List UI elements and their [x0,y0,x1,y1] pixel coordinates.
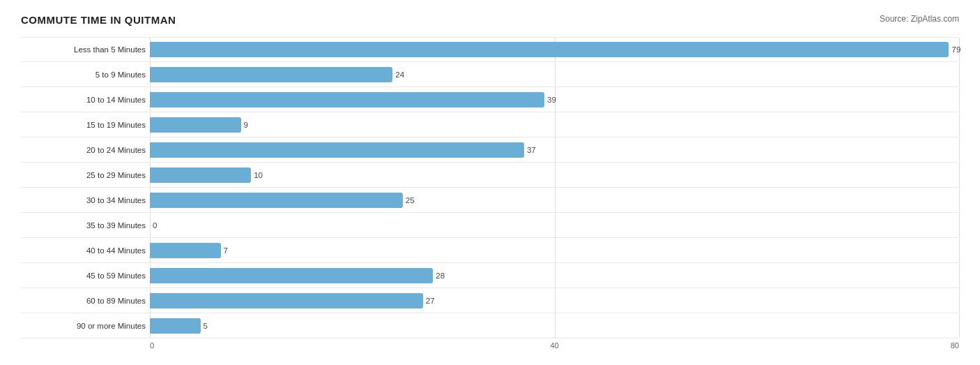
bar-label: 30 to 34 Minutes [21,196,150,204]
bar-container: 24 [150,62,959,87]
bar: 5 [150,318,201,334]
x-axis-label: 0 [150,341,154,350]
bar-label: 40 to 44 Minutes [21,246,150,255]
bar-container: 79 [150,38,959,61]
bar-value: 9 [244,121,248,129]
bar-label: 35 to 39 Minutes [21,221,150,230]
bar-value: 79 [951,45,960,54]
x-axis: 04080 [150,341,959,357]
bar-row: 25 to 29 Minutes10 [21,163,959,188]
bar: 39 [150,92,544,107]
bar-value: 10 [254,171,263,179]
bar-container: 0 [150,213,959,237]
source-label: Source: ZipAtlas.com [880,14,959,24]
bar-row: 5 to 9 Minutes24 [21,62,959,87]
bar-label: Less than 5 Minutes [21,45,150,54]
bar-row: Less than 5 Minutes79 [21,37,959,62]
bar: 25 [150,193,403,208]
bar-row: 45 to 59 Minutes28 [21,263,959,288]
bar-value: 28 [436,271,445,280]
bar: 24 [150,67,392,82]
bar-row: 10 to 14 Minutes39 [21,87,959,112]
bar-value: 27 [426,297,435,305]
bar-value: 37 [527,146,536,154]
bar-value: 25 [406,196,415,204]
bar-label: 10 to 14 Minutes [21,96,150,104]
bar-value: 7 [224,246,228,255]
bar-container: 25 [150,188,959,212]
bar-container: 28 [150,263,959,288]
chart-area: Less than 5 Minutes795 to 9 Minutes2410 … [21,37,959,357]
x-axis-label: 40 [550,341,558,350]
bar-value: 5 [204,322,208,330]
bar-row: 30 to 34 Minutes25 [21,188,959,213]
bar-label: 60 to 89 Minutes [21,297,150,305]
bar-row: 15 to 19 Minutes9 [21,112,959,137]
bar-row: 35 to 39 Minutes0 [21,213,959,238]
bar-value: 39 [547,96,556,104]
bar-row: 60 to 89 Minutes27 [21,288,959,313]
bar-container: 9 [150,112,959,137]
bar: 7 [150,243,221,258]
bar-label: 5 to 9 Minutes [21,70,150,79]
bar-label: 15 to 19 Minutes [21,121,150,129]
bar: 27 [150,293,423,308]
bar: 37 [150,142,524,158]
bar-container: 27 [150,288,959,313]
bar-label: 20 to 24 Minutes [21,146,150,154]
chart-title: COMMUTE TIME IN QUITMAN [21,14,176,26]
bar-label: 45 to 59 Minutes [21,271,150,280]
bar: 79 [150,42,949,57]
bar: 9 [150,117,241,133]
bar: 10 [150,167,251,183]
x-axis-label: 80 [951,341,959,350]
bar-container: 7 [150,238,959,262]
bar-label: 90 or more Minutes [21,322,150,330]
bar-container: 39 [150,87,959,112]
bar-container: 37 [150,137,959,162]
bar-row: 20 to 24 Minutes37 [21,137,959,163]
bar: 28 [150,268,433,283]
bar-row: 40 to 44 Minutes7 [21,238,959,263]
bar-label: 25 to 29 Minutes [21,171,150,179]
bar-value: 24 [395,70,404,79]
bar-value: 0 [153,221,157,230]
bar-container: 10 [150,163,959,187]
bar-row: 90 or more Minutes5 [21,313,959,338]
bar-container: 5 [150,313,959,338]
